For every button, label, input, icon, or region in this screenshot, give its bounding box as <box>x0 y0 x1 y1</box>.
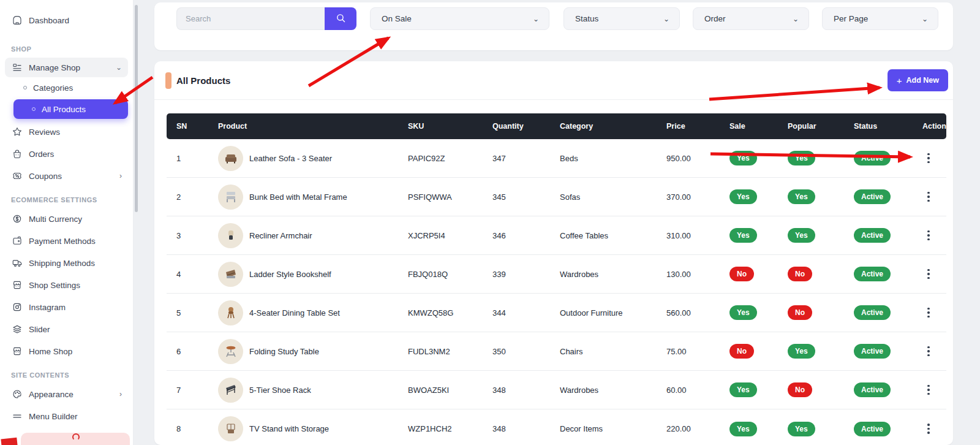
row-actions-menu[interactable] <box>922 269 935 280</box>
add-new-button[interactable]: + Add New <box>888 69 948 91</box>
status-badge: Active <box>854 267 891 281</box>
store-icon <box>11 280 23 291</box>
search-button[interactable] <box>325 7 356 30</box>
sidebar-item-label: Categories <box>33 83 73 93</box>
sidebar-item-coupons[interactable]: Coupons› <box>5 165 128 186</box>
yes-no-badge: Yes <box>729 382 757 397</box>
column-header-sale: Sale <box>720 122 778 131</box>
cell-quantity: 346 <box>483 231 550 240</box>
sidebar-item-categories[interactable]: Categories <box>5 78 128 97</box>
sidebar-item-home-shop[interactable]: Home Shop <box>5 341 128 362</box>
yes-no-badge: Yes <box>729 305 757 320</box>
table-row: 3Recliner ArmchairXJCRP5I4346Coffee Tabl… <box>167 216 946 255</box>
yes-no-badge: Yes <box>729 189 757 204</box>
cell-sn: 8 <box>167 424 208 433</box>
dashboard-icon <box>11 15 23 26</box>
dropdown-status[interactable]: Status⌄ <box>564 7 680 30</box>
product-name: Folding Study Table <box>249 347 319 356</box>
cell-sku: FBJQ018Q <box>398 270 483 279</box>
column-header-category: Category <box>550 122 657 131</box>
dropdown-on-sale[interactable]: On Sale⌄ <box>370 7 549 30</box>
cell-popular: No <box>778 267 844 281</box>
sidebar-item-dashboard[interactable]: Dashboard <box>5 10 128 31</box>
cell-product: Leather Sofa - 3 Seater <box>208 146 398 171</box>
sidebar-item-shipping-methods[interactable]: Shipping Methods <box>5 253 128 273</box>
table-row: 54-Seater Dining Table SetKMWZQ58G344Out… <box>167 294 946 332</box>
sidebar-item-slider[interactable]: Slider <box>5 319 128 340</box>
cell-product: Bunk Bed with Metal Frame <box>208 184 398 210</box>
sidebar-item-payment-methods[interactable]: Payment Methods <box>5 230 128 251</box>
menu-icon <box>11 411 23 422</box>
cell-quantity: 348 <box>483 386 550 395</box>
sidebar-item-label: Shipping Methods <box>29 259 95 268</box>
search-input[interactable] <box>176 7 325 30</box>
table-row: 1Leather Sofa - 3 SeaterPAPIC92Z347Beds9… <box>167 139 946 178</box>
red-annotation-fragment <box>1 438 17 445</box>
row-actions-menu[interactable] <box>922 424 935 434</box>
sidebar-item-appearance[interactable]: Appearance› <box>5 384 128 405</box>
status-badge: Active <box>854 422 891 436</box>
sidebar-item-label: Orders <box>29 150 54 159</box>
all-products-panel: All Products + Add New SNProductSKUQuant… <box>154 61 953 445</box>
cell-price: 310.00 <box>657 231 720 240</box>
product-thumbnail <box>218 223 243 248</box>
row-actions-menu[interactable] <box>922 385 935 395</box>
cell-category: Beds <box>550 154 657 163</box>
cell-sn: 4 <box>167 270 208 279</box>
yes-no-badge: Yes <box>788 151 815 165</box>
yes-no-badge: Yes <box>729 228 757 243</box>
sidebar-item-instagram[interactable]: Instagram <box>5 297 128 318</box>
layers-icon <box>11 324 23 335</box>
table-row: 2Bunk Bed with Metal FramePSFIQWWA345Sof… <box>167 178 946 216</box>
star-icon <box>11 126 23 138</box>
cell-category: Wardrobes <box>550 270 657 279</box>
cell-sku: PSFIQWWA <box>398 192 483 202</box>
sidebar-item-reviews[interactable]: Reviews <box>5 121 128 142</box>
yes-no-badge: Yes <box>729 422 757 436</box>
bag-icon <box>11 148 23 160</box>
dropdown-order[interactable]: Order⌄ <box>693 7 809 30</box>
sidebar-item-multi-currency[interactable]: Multi Currency <box>5 208 128 229</box>
sidebar-item-shop-settings[interactable]: Shop Settings <box>5 275 128 295</box>
row-actions-menu[interactable] <box>922 346 935 357</box>
column-header-sku: SKU <box>398 122 483 131</box>
cell-category: Decor Items <box>550 424 657 433</box>
sidebar-item-menu-builder[interactable]: Menu Builder <box>5 406 128 427</box>
row-actions-menu[interactable] <box>922 153 935 164</box>
table-row: 75-Tier Shoe RackBWOAZ5KI348Wardrobes60.… <box>167 371 946 409</box>
sidebar-scrollbar-thumb[interactable] <box>135 5 138 212</box>
logout-icon <box>72 433 80 441</box>
sidebar-item-orders[interactable]: Orders <box>5 143 128 164</box>
dropdown-per-page[interactable]: Per Page⌄ <box>822 7 938 30</box>
page-title: All Products <box>176 75 230 86</box>
sidebar-item-manage-shop[interactable]: Manage Shop⌄ <box>5 58 128 77</box>
sidebar-item-all-products[interactable]: All Products <box>13 99 128 119</box>
cell-status: Active <box>844 422 913 436</box>
chevron-right-icon: › <box>119 390 122 398</box>
row-actions-menu[interactable] <box>922 192 935 202</box>
product-thumbnail <box>218 300 243 325</box>
cell-popular: No <box>778 382 844 397</box>
cell-category: Chairs <box>550 347 657 356</box>
cell-sn: 3 <box>167 231 208 240</box>
sidebar-item-label: Coupons <box>29 172 62 181</box>
cell-sn: 2 <box>167 192 208 202</box>
status-badge: Active <box>854 189 891 204</box>
logout-button[interactable] <box>21 433 130 445</box>
sidebar-item-label: Slider <box>29 325 50 334</box>
row-actions-menu[interactable] <box>922 308 935 318</box>
chevron-right-icon: › <box>119 172 122 180</box>
ticket-icon <box>11 170 23 182</box>
truck-icon <box>11 257 23 269</box>
cell-sku: PAPIC92Z <box>398 154 483 163</box>
yes-no-badge: Yes <box>788 422 815 436</box>
row-actions-menu[interactable] <box>922 230 935 241</box>
table-row: 6Folding Study TableFUDL3NM2350Chairs75.… <box>167 332 946 371</box>
sidebar: DashboardSHOPManage Shop⌄CategoriesAll P… <box>0 0 134 445</box>
column-header-product: Product <box>208 122 398 131</box>
product-name: Leather Sofa - 3 Seater <box>249 154 332 163</box>
column-header-quantity: Quantity <box>483 122 550 131</box>
cell-status: Active <box>844 151 913 165</box>
wallet-icon <box>11 235 23 247</box>
yes-no-badge: Yes <box>788 344 815 359</box>
